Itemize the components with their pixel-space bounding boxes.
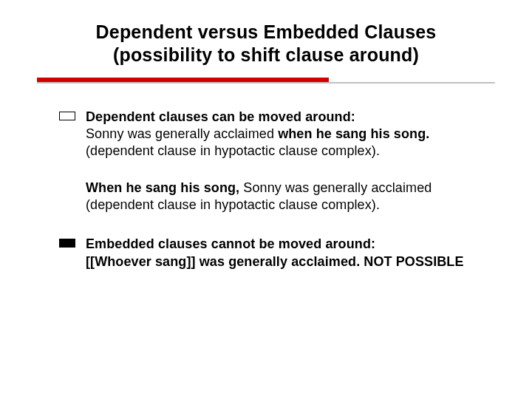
square-filled-icon xyxy=(59,239,75,248)
slide-body: Dependent clauses can be moved around: S… xyxy=(37,109,495,271)
bullet-1-continuation: When he sang his song, Sonny was general… xyxy=(86,180,488,214)
cont-bold: When he sang his song, xyxy=(86,180,243,195)
bullet-2-text: Embedded clauses cannot be moved around:… xyxy=(86,236,464,270)
title-line-2: (possibility to shift clause around) xyxy=(113,44,419,65)
bullet-2-ex-bold: [[Whoever sang]] xyxy=(86,254,196,269)
bullet-1-heading: Dependent clauses can be moved around: xyxy=(86,109,355,124)
slide: Dependent versus Embedded Clauses (possi… xyxy=(0,0,532,399)
square-open-icon xyxy=(59,112,75,120)
bullet-1-text: Dependent clauses can be moved around: S… xyxy=(86,109,488,160)
bullet-2-heading: Embedded clauses cannot be moved around: xyxy=(86,236,375,251)
bullet-1: Dependent clauses can be moved around: S… xyxy=(59,109,488,160)
bullet-2: Embedded clauses cannot be moved around:… xyxy=(59,236,488,270)
slide-title: Dependent versus Embedded Clauses (possi… xyxy=(37,21,495,67)
bullet-1-ex-pre: Sonny was generally acclaimed xyxy=(86,126,278,141)
title-line-1: Dependent versus Embedded Clauses xyxy=(96,21,437,42)
bullet-2-ex-rest: was generally acclaimed. NOT POSSIBLE xyxy=(196,254,464,269)
rule-grey xyxy=(37,82,495,83)
bullet-1-ex-post: (dependent clause in hypotactic clause c… xyxy=(86,143,380,158)
title-rule xyxy=(37,78,495,83)
bullet-1-ex-bold: when he sang his song. xyxy=(278,126,429,141)
